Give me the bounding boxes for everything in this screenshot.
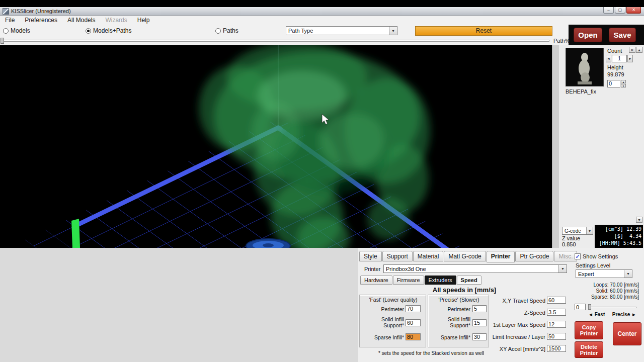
checkbox-check-icon: ✓ [575, 253, 581, 259]
close-icon: ✕ [632, 8, 635, 12]
window-controls: – ▢ ✕ [603, 7, 641, 14]
gcode-dropdown[interactable]: G-code ▾ [562, 227, 593, 235]
radio-paths-dot [215, 28, 221, 34]
stat-time: [HH:MM] 5:43.5 [595, 240, 641, 247]
open-button[interactable]: Open [574, 28, 602, 42]
radio-models[interactable]: Models [3, 27, 30, 34]
bottom-workspace [0, 248, 358, 362]
fast-direction-label: ◄ Fast [588, 312, 605, 317]
viewport-scrollbar[interactable] [552, 45, 559, 248]
printer-dropdown-value: Prindbox3d One [384, 266, 558, 272]
layer-field[interactable]: 0 [607, 80, 620, 87]
radio-paths[interactable]: Paths [215, 27, 238, 34]
path-type-dropdown[interactable]: Path Type ▾ [286, 26, 397, 35]
sparse-speed: Sparse: 80.00 [mm/s] [509, 294, 639, 300]
settings-level-dropdown[interactable]: Expert ▾ [576, 269, 632, 278]
count-field[interactable]: 1 [612, 55, 627, 62]
tab-material[interactable]: Material [413, 251, 444, 261]
subtab-hardware[interactable]: Hardware [360, 276, 392, 285]
path-type-dropdown-arrow[interactable]: ▾ [389, 27, 397, 35]
viewport-3d[interactable] [0, 45, 552, 248]
fast-perimeter-label: Perimeter [360, 306, 404, 312]
fast-solid-infill-field[interactable] [406, 319, 421, 326]
first-layer-max-speed-label: 1st Layer Max Speed [475, 322, 545, 328]
tab-support[interactable]: Support [382, 251, 413, 261]
tab-misc[interactable]: Misc. [554, 251, 577, 261]
printer-label: Printer [364, 266, 380, 272]
layer-up-icon[interactable]: ▲ [621, 80, 626, 83]
printer-dropdown[interactable]: Prindbox3d One ▾ [383, 264, 567, 273]
quality-slider-field[interactable] [575, 304, 586, 310]
z-speed-field[interactable] [547, 309, 566, 316]
gcode-dropdown-arrow[interactable]: ▾ [586, 227, 593, 234]
close-button[interactable]: ✕ [626, 7, 641, 14]
save-button[interactable]: Save [609, 28, 636, 42]
tab-style[interactable]: Style [359, 251, 382, 261]
path-slider-thumb[interactable] [1, 38, 4, 44]
copy-printer-button[interactable]: Copy Printer [575, 321, 603, 339]
printer-dropdown-arrow[interactable]: ▾ [558, 265, 567, 273]
first-layer-max-speed-field[interactable] [547, 321, 566, 328]
reset-button[interactable]: Reset [415, 26, 552, 36]
fast-perimeter-field[interactable] [406, 305, 421, 312]
precise-direction-label: Precise ► [610, 312, 636, 317]
radio-models-paths[interactable]: Models+Paths [86, 27, 131, 34]
tab-ptr-gcode[interactable]: Ptr G-code [515, 251, 553, 261]
minimize-icon: – [607, 8, 609, 12]
count-decrement-icon[interactable]: ◄ [606, 55, 611, 62]
show-settings-label: Show Settings [583, 253, 618, 259]
radio-models-paths-dot [86, 28, 91, 34]
stat-cost: [$] 4.34 [595, 233, 641, 240]
xy-accel-field[interactable] [547, 345, 566, 352]
radio-models-paths-label: Models+Paths [93, 27, 131, 34]
path-percent-label: Path% [553, 38, 570, 44]
z-value: 0.850 [562, 241, 576, 247]
radio-paths-label: Paths [223, 27, 238, 34]
subtab-firmware[interactable]: Firmware [393, 276, 424, 285]
bed-corner-marker [71, 219, 80, 248]
maximize-icon: ▢ [618, 8, 622, 12]
solid-speed: Solid: 60.00 [mm/s] [509, 288, 639, 294]
model-panel: ✕ ▲ Count ◄ 1 ► Height 99.879 0 ▲ ▼ BEHE… [559, 45, 644, 248]
scroll-down-icon[interactable]: ▼ [636, 217, 642, 223]
settings-level-dropdown-arrow[interactable]: ▾ [624, 270, 632, 278]
height-value: 99.879 [607, 71, 624, 77]
menu-help[interactable]: Help [132, 16, 155, 25]
radio-models-dot [3, 28, 9, 34]
fast-arrow-icon: ◄ [588, 312, 593, 317]
fast-speed-group: 'Fast' (Lower quality) Perimeter Solid I… [359, 295, 426, 347]
top-black-strip [0, 0, 644, 7]
fast-sparse-infill-field[interactable] [406, 333, 421, 340]
subtab-speed[interactable]: Speed [457, 276, 481, 285]
quality-slider[interactable] [588, 307, 636, 308]
maximize-button[interactable]: ▢ [615, 7, 625, 14]
layer-down-icon[interactable]: ▼ [621, 84, 626, 87]
menu-all-models[interactable]: All Models [62, 16, 100, 25]
scroll-up-icon[interactable]: ▲ [636, 47, 642, 53]
quality-slider-thumb[interactable] [588, 304, 591, 310]
model-thumbnail[interactable] [566, 48, 604, 86]
menu-file[interactable]: File [0, 16, 20, 25]
minimize-button[interactable]: – [603, 7, 614, 14]
count-increment-icon[interactable]: ► [627, 55, 633, 62]
panel-close-icon[interactable]: ✕ [629, 47, 635, 53]
tab-matl-gcode[interactable]: Matl G-code [444, 251, 486, 261]
fast-solid-infill-label: Solid Infill Support* [372, 316, 404, 328]
delete-printer-button[interactable]: Delete Printer [575, 341, 603, 358]
center-button[interactable]: Center [613, 322, 641, 345]
limit-increase-field[interactable] [547, 333, 566, 340]
precise-direction-text: Precise [612, 312, 630, 317]
path-slider[interactable] [1, 40, 549, 42]
subtab-extruders[interactable]: Extruders [425, 276, 456, 285]
fast-header: 'Fast' (Lower quality) [360, 297, 427, 303]
tab-printer[interactable]: Printer [487, 251, 515, 262]
menu-preferences[interactable]: Preferences [20, 16, 62, 25]
window-title: KISSlicer (Unregistered) [11, 8, 71, 14]
view-toolbar: Models Models+Paths Paths Path Type ▾ Re… [0, 25, 644, 36]
show-settings-checkbox[interactable]: ✓ Show Settings [575, 253, 618, 259]
print-stats: [cm^3] 12.39 [$] 4.34 [HH:MM] 5:43.5 [595, 225, 643, 248]
title-bar[interactable]: KISSlicer (Unregistered) – ▢ ✕ [0, 7, 644, 16]
speed-panel-header: All speeds in [mm/s] [409, 286, 520, 294]
settings-tabs: StyleSupportMaterialMatl G-codePrinterPt… [359, 251, 578, 262]
precise-solid-infill-label: Solid Infill Support* [438, 316, 470, 328]
